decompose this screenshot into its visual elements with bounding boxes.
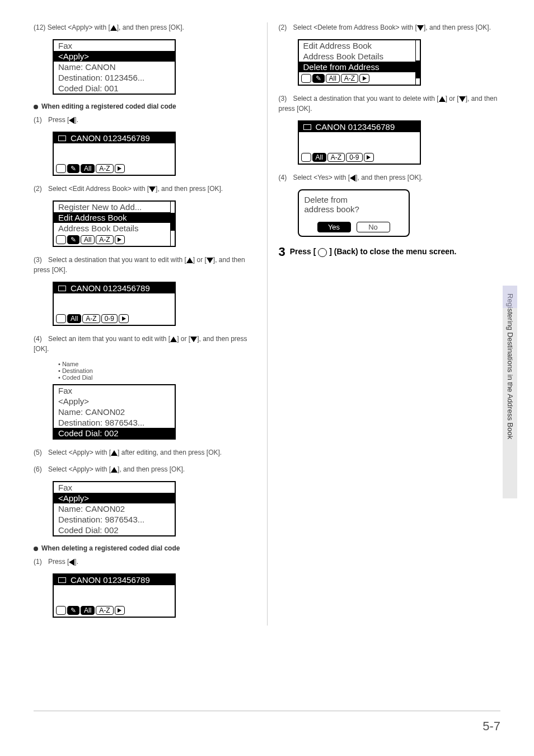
left-icon (69, 559, 74, 566)
yes-button: Yes (317, 222, 351, 232)
del-step-1: (1)Press []. (34, 557, 256, 567)
up-icon (186, 258, 193, 263)
step-12: (12) Select <Apply> with [], and then pr… (34, 22, 256, 32)
addressbook-icon (58, 577, 66, 583)
lcd-fax-apply: Fax <Apply> Name: CANON Destination: 012… (53, 39, 176, 95)
down-icon (459, 96, 466, 102)
confirm-dialog: Delete from address book? Yes No (298, 189, 410, 237)
all-button: All (81, 164, 95, 173)
edit-button: ✎ (67, 164, 79, 173)
heading-edit: When editing a registered coded dial cod… (34, 102, 256, 110)
footer-divider (34, 711, 500, 711)
addressbook-icon (303, 124, 311, 130)
edit-step-3: (3)Select a destination that you want to… (34, 255, 256, 275)
edit-step-4: (4)Select an item that you want to edit … (34, 334, 256, 354)
del-step-4: (4)Select <Yes> with [], and then press … (279, 172, 501, 183)
lcd-canon-1: CANON 0123456789 ✎ All A-Z (53, 132, 176, 176)
lcd-fax-apply-2: Fax <Apply> Name: CANON02 Destination: 9… (53, 481, 176, 536)
edit-step-2: (2)Select <Edit Address Book> with [], a… (34, 184, 256, 194)
del-step-2: (2)Select <Delete from Address Book> wit… (279, 22, 501, 32)
side-tab: Registering Destinations in the Address … (503, 286, 517, 498)
edit-step-6: (6)Select <Apply> with [], and then pres… (34, 464, 256, 474)
addressbook-icon (58, 136, 66, 141)
lcd-canon-3: CANON 0123456789 ✎ All A-Z (53, 573, 176, 618)
down-icon (207, 258, 213, 263)
az-button: A-Z (96, 164, 113, 173)
edit-step-1: (1)Press []. (34, 115, 256, 125)
lcd-canon-2: CANON 0123456789 All A-Z 0-9 (53, 282, 176, 326)
up-icon (439, 96, 446, 102)
lcd-fax-coded: Fax <Apply> Name: CANON02 Destination: 9… (53, 384, 176, 440)
lcd-delete-ab: Edit Address Book Address Book Details D… (298, 39, 421, 86)
del-step-3: (3)Select a destination that you want to… (279, 94, 501, 114)
back-icon (318, 248, 327, 257)
down-icon (149, 186, 156, 192)
up-icon (111, 467, 118, 473)
up-icon (170, 337, 177, 342)
down-icon (190, 337, 197, 342)
lcd-edit-ab: Register New to Add... Edit Address Book… (53, 200, 176, 247)
no-button: No (357, 222, 390, 232)
up-icon (111, 450, 118, 456)
page-number: 5-7 (483, 719, 500, 734)
addressbook-icon (58, 286, 66, 291)
up-icon (110, 25, 117, 31)
down-icon (417, 25, 424, 31)
edit-items-list: Name Destination Coded Dial (58, 361, 256, 381)
edit-step-5: (5)Select <Apply> with [] after editing,… (34, 447, 256, 458)
blank-button (56, 164, 66, 173)
left-icon (350, 175, 355, 181)
next-button (115, 164, 125, 173)
left-icon (69, 117, 74, 124)
lcd-canon-4: CANON 0123456789 All A-Z 0-9 (298, 120, 421, 165)
main-step-3: 3 Press [ ] (Back) to close the menu scr… (279, 245, 501, 259)
heading-delete: When deleting a registered coded dial co… (34, 544, 256, 552)
